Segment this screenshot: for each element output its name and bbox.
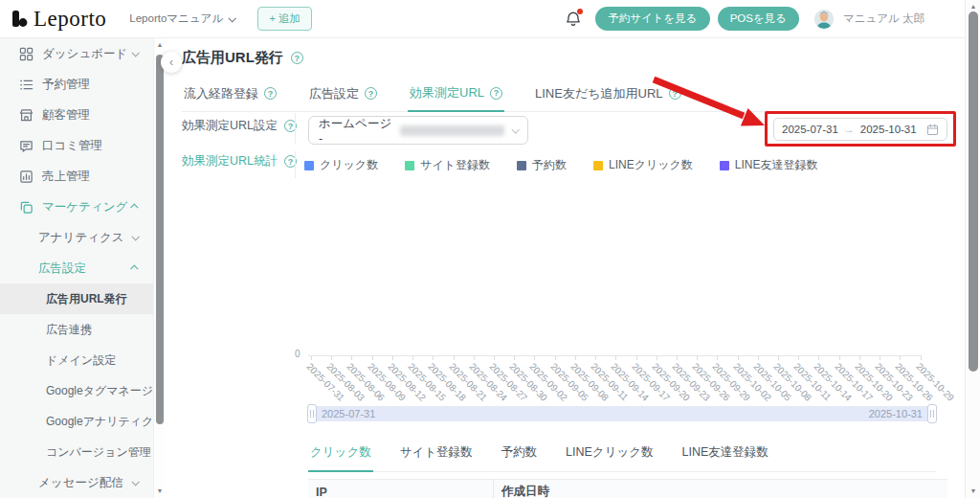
chevron-down-icon [131,233,139,240]
tick-mark [818,356,819,360]
sidebar-item-reservations[interactable]: 予約管理 [0,69,153,100]
tick-mark [717,356,718,360]
tick-mark [311,356,312,360]
sidebar-item-reviews[interactable]: 口コミ管理 [0,130,153,161]
tab-label: 効果測定URL [410,84,484,102]
sidebar-scrollbar-thumb[interactable] [156,55,164,424]
tick-mark [615,356,616,360]
sidebar-item-marketing[interactable]: マーケティング [0,192,153,222]
main-content: 広告用URL発行 ? 流入経路登録 ? 広告設定 ? 効果測定URL ? LIN… [165,38,965,498]
calendar-icon [926,124,939,136]
tick-mark [738,356,739,360]
stat-tab-clicks[interactable]: クリック数 [308,441,373,472]
sidebar-item-label: メッセージ配信 [38,475,123,491]
tab-effect-measurement-url[interactable]: 効果測定URL ? [408,80,504,112]
view-booking-site-button[interactable]: 予約サイトを見る [595,7,709,31]
sidebar-item-dashboard[interactable]: ダッシュボード [0,38,153,69]
stat-tab-line-friends[interactable]: LINE友達登録数 [680,441,770,471]
user-name[interactable]: マニュアル 太郎 [843,11,924,26]
chevron-down-icon [131,49,139,57]
review-chat-icon [19,139,33,153]
tick-mark [534,356,535,360]
stat-tab-line-clicks[interactable]: LINEクリック数 [564,441,655,471]
tab-label: LINE友だち追加用URL [535,85,663,102]
dashboard-icon [19,47,33,61]
sidebar-item-conversion[interactable]: コンバージョン管理 [0,437,153,467]
help-icon[interactable]: ? [264,87,277,100]
page-scrollbar-thumb[interactable] [969,11,978,372]
legend-item-reservations[interactable]: 予約数 [517,157,567,173]
help-icon[interactable]: ? [365,87,377,100]
help-icon[interactable]: ? [669,87,681,100]
sidebar-item-message-delivery[interactable]: メッセージ配信 [0,467,153,498]
chevron-down-icon [131,478,139,486]
view-pos-button[interactable]: POSを見る [718,7,799,31]
arrow-right-icon: → [844,124,855,135]
page-title-row: 広告用URL発行 ? [182,49,303,67]
legend-item-line-friends[interactable]: LINE友達登録数 [720,157,818,173]
sidebar-item-label: アナリティクス [38,230,124,246]
sidebar-item-label: コンバージョン管理 [46,444,151,461]
sidebar-item-google-tag-manager[interactable]: Googleタグマネージャー [0,375,153,406]
sidebar-item-google-analytics[interactable]: Googleアナリティクス [0,406,153,437]
sidebar-item-domain-settings[interactable]: ドメイン設定 [0,345,153,375]
tick-mark [454,356,455,360]
tab-label: 流入経路登録 [184,85,258,102]
table-column-ip: IP [308,480,494,498]
tick-mark [514,356,515,360]
scroll-up-icon[interactable]: ▲ [966,2,980,11]
stat-tab-site-registrations[interactable]: サイト登録数 [398,441,475,471]
sidebar-item-label: マーケティング [42,199,127,215]
legend-item-site-registrations[interactable]: サイト登録数 [405,157,490,173]
tick-mark [474,356,475,360]
chevron-up-icon [130,203,138,211]
legend-swatch [593,161,603,170]
sidebar-item-ad-link[interactable]: 広告連携 [0,314,153,345]
sidebar-item-ad-url-issue[interactable]: 広告用URL発行 [0,283,153,314]
date-range-picker[interactable]: 2025-07-31 → 2025-10-31 [773,118,947,141]
tab-line-friend-url[interactable]: LINE友だち追加用URL ? [533,80,683,111]
help-icon[interactable]: ? [490,87,502,100]
sidebar-item-analytics[interactable]: アナリティクス [0,222,153,253]
list-icon [19,78,33,92]
url-settings-label: 効果測定URL設定 ? [182,118,297,134]
measurement-url-select[interactable]: ホームページ - [308,116,528,145]
help-icon[interactable]: ? [291,52,303,64]
notification-bell-icon[interactable] [565,11,582,28]
stat-tab-reservations[interactable]: 予約数 [500,441,540,471]
logo[interactable]: Leporto [11,7,106,32]
slider-left-handle[interactable] [307,404,317,423]
add-button[interactable]: + 追加 [257,7,312,31]
app-root: Leporto Leportoマニュアル + 追加 予約サイトを見る POSを見… [0,0,980,498]
legend-swatch [405,161,414,170]
tick-mark [372,356,373,360]
page-scrollbar[interactable]: ▲ ▼ [965,0,980,498]
sidebar-item-customers[interactable]: 顧客管理 [0,100,153,130]
workspace-name: Leportoマニュアル [129,11,223,26]
sidebar-item-label: 口コミ管理 [42,138,102,154]
scroll-up-icon[interactable]: ▲ [154,40,166,50]
legend-item-clicks[interactable]: クリック数 [304,157,378,173]
sidebar-item-sales[interactable]: 売上管理 [0,161,153,192]
workspace-selector[interactable]: Leportoマニュアル [129,11,234,26]
tick-mark [839,356,840,360]
tick-mark [778,356,779,360]
topbar-right: 予約サイトを見る POSを見る マニュアル 太郎 [565,7,924,31]
tab-ad-settings[interactable]: 広告設定 ? [307,80,379,111]
tick-mark [697,356,698,360]
chevron-up-icon [130,264,138,272]
legend-item-line-clicks[interactable]: LINEクリック数 [593,157,693,173]
sidebar-scrollbar[interactable]: ▲ ▼ [153,38,165,498]
scroll-down-icon[interactable]: ▼ [966,487,980,496]
user-avatar[interactable] [814,10,834,29]
scroll-down-icon[interactable]: ▼ [154,487,166,496]
slider-right-handle[interactable] [927,404,937,423]
tab-inflow-route[interactable]: 流入経路登録 ? [182,80,278,111]
legend-swatch [304,161,314,170]
sidebar-collapse-button[interactable]: ‹ [161,52,182,73]
topbar: Leporto Leportoマニュアル + 追加 予約サイトを見る POSを見… [0,0,980,38]
stat-tabs: クリック数 サイト登録数 予約数 LINEクリック数 LINE友達登録数 [308,441,936,472]
sidebar-item-label: ドメイン設定 [46,352,116,369]
sidebar-item-ad-settings[interactable]: 広告設定 [0,253,153,283]
chart-range-slider[interactable]: 2025-07-31 2025-10-31 [308,406,936,421]
